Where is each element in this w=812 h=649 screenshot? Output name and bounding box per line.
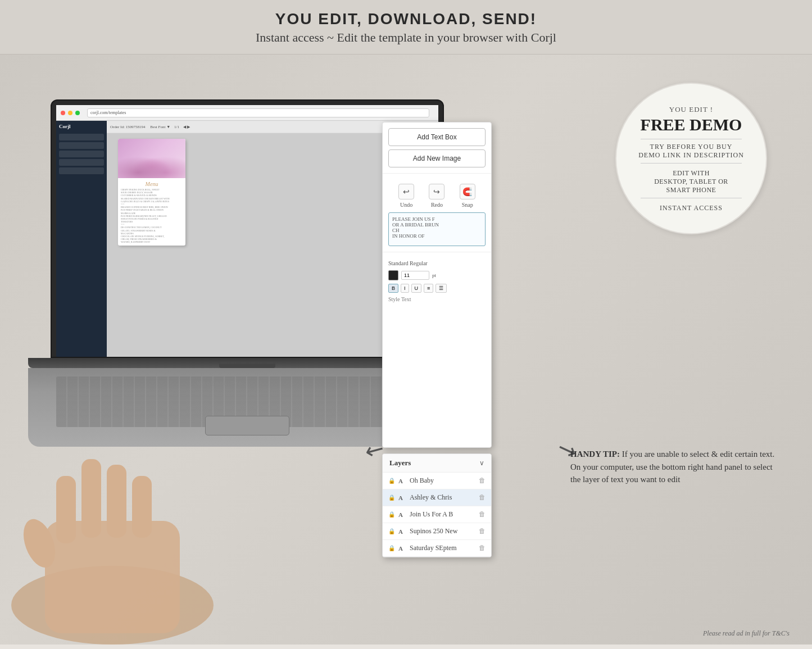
hand-silhouette-svg xyxy=(0,409,225,645)
layer-lock-icon-4: 🔒 xyxy=(388,528,395,534)
align-center-button[interactable]: ☰ xyxy=(436,284,447,293)
layer-type-a-1: A xyxy=(398,478,406,484)
layer-lock-icon-5: 🔒 xyxy=(388,545,395,551)
underline-style-button[interactable]: U xyxy=(411,284,422,293)
browser-maximize-dot[interactable] xyxy=(75,111,80,115)
corjl-standard-regular-label: Standard Regular xyxy=(383,258,491,269)
corjl-undo-ctrl: ↩ Undo xyxy=(398,184,414,208)
snap-icon[interactable]: 🧲 xyxy=(460,184,475,199)
layer-item-supinos[interactable]: 🔒 A Supinos 250 New 🗑 xyxy=(383,523,491,540)
handy-tip-bold: HANDY TIP: xyxy=(570,450,620,459)
italic-style-button[interactable]: I xyxy=(401,284,409,293)
svg-rect-4 xyxy=(107,465,126,538)
layer-lock-icon-1: 🔒 xyxy=(388,478,395,484)
layer-lock-icon-2: 🔒 xyxy=(388,494,395,501)
browser-close-dot[interactable] xyxy=(61,111,65,115)
layer-type-a-3: A xyxy=(398,511,406,518)
free-demo-divider-2 xyxy=(641,163,742,164)
corjl-divider-2 xyxy=(383,252,491,252)
free-demo-title: FREE DEMO xyxy=(641,116,742,133)
header-title: YOU EDIT, DOWNLOAD, SEND! xyxy=(0,10,812,28)
sidebar-logo: Corjl xyxy=(59,124,104,129)
browser-content: Corjl Order Id: 1509758194 Best Font ▼ 1… xyxy=(56,121,438,357)
layers-chevron-icon[interactable]: ∨ xyxy=(479,459,484,468)
layer-lock-icon-3: 🔒 xyxy=(388,511,395,518)
redo-icon[interactable]: ↪ xyxy=(429,184,444,199)
browser-sidebar: Corjl xyxy=(56,121,107,357)
style-text-label: Style Text xyxy=(383,294,491,304)
color-swatch[interactable] xyxy=(388,270,398,280)
corjl-input-row: pt xyxy=(383,269,491,282)
free-demo-edit-with: EDIT WITH xyxy=(673,169,710,178)
sidebar-item-1[interactable] xyxy=(59,134,104,140)
corjl-text-preview: PLEASE JOIN US FOR A BRIDAL BRUNCHIN HON… xyxy=(388,212,486,246)
corjl-style-row: B I U ≡ ☰ xyxy=(383,282,491,294)
layer-name-oh-baby: Oh Baby xyxy=(410,476,475,485)
hand-area xyxy=(0,409,225,645)
font-size-input[interactable] xyxy=(401,271,429,280)
layer-item-saturday[interactable]: 🔒 A Saturday SEptem 🗑 xyxy=(383,540,491,557)
canvas-area[interactable]: Menu CRISPY PEKING DUCK ROLL, SWEET SOUR… xyxy=(107,133,388,357)
sidebar-item-2[interactable] xyxy=(59,142,104,149)
sidebar-item-4[interactable] xyxy=(59,159,104,166)
free-demo-divider-1 xyxy=(641,139,742,139)
footer-text: Please read ad in full for T&C's xyxy=(703,629,790,638)
corjl-redo-ctrl: ↪ Redo xyxy=(429,184,444,208)
menu-text-area: Menu CRISPY PEKING DUCK ROLL, SWEET SOUR… xyxy=(118,178,185,246)
free-demo-instant: INSTANT ACCESS xyxy=(660,204,723,212)
layer-delete-icon-1[interactable]: 🗑 xyxy=(479,476,486,485)
corjl-panel: Add Text Box Add New Image ↩ Undo ↪ Redo… xyxy=(382,122,492,448)
corjl-controls: ↩ Undo ↪ Redo 🧲 Snap xyxy=(383,179,491,212)
layer-type-a-2: A xyxy=(398,494,406,501)
menu-card-title: Menu xyxy=(121,181,183,187)
layer-name-ashley-chris: Ashley & Chris xyxy=(410,493,475,502)
bold-style-button[interactable]: B xyxy=(388,284,398,293)
free-demo-link: DEMO LINK IN DESCRIPTION xyxy=(638,151,744,160)
menu-items-text: CRISPY PEKING DUCK ROLL, SWEET SOUR CHER… xyxy=(121,188,183,244)
browser-chrome: corjl.com/templates xyxy=(56,105,438,121)
header-banner: YOU EDIT, DOWNLOAD, SEND! Instant access… xyxy=(0,0,812,55)
layer-delete-icon-2[interactable]: 🗑 xyxy=(479,493,486,502)
layer-name-join-us: Join Us For A B xyxy=(410,510,475,519)
menu-card: Menu CRISPY PEKING DUCK ROLL, SWEET SOUR… xyxy=(118,139,185,246)
corjl-divider-1 xyxy=(383,173,491,174)
free-demo-divider-3 xyxy=(641,198,742,198)
add-text-box-button[interactable]: Add Text Box xyxy=(388,128,486,146)
undo-label: Undo xyxy=(400,202,412,208)
free-demo-circle: YOU EDIT ! FREE DEMO TRY BEFORE YOU BUY … xyxy=(615,83,767,234)
layer-item-ashley-chris[interactable]: 🔒 A Ashley & Chris 🗑 xyxy=(383,489,491,506)
header-subtitle: Instant access ~ Edit the template in yo… xyxy=(0,30,812,45)
layer-delete-icon-4[interactable]: 🗑 xyxy=(479,527,486,535)
layer-type-a-4: A xyxy=(398,528,406,535)
layer-name-saturday: Saturday SEptem xyxy=(410,544,475,552)
layer-item-join-us[interactable]: 🔒 A Join Us For A B 🗑 xyxy=(383,506,491,523)
layers-header[interactable]: Layers ∨ xyxy=(383,454,491,473)
menu-card-top xyxy=(118,139,185,178)
macbook-label: MacBook Pro xyxy=(197,380,243,387)
free-demo-you-edit: YOU EDIT ! xyxy=(669,105,713,114)
sidebar-item-5[interactable] xyxy=(59,167,104,174)
layer-name-supinos: Supinos 250 New xyxy=(410,527,475,535)
free-demo-devices: DESKTOP, TABLET OR xyxy=(654,178,728,186)
sidebar-item-3[interactable] xyxy=(59,151,104,157)
browser-url-bar[interactable]: corjl.com/templates xyxy=(87,108,429,117)
svg-rect-2 xyxy=(56,476,76,543)
main-area: corjl.com/templates Corjl Order Id: xyxy=(0,55,812,645)
add-new-image-button[interactable]: Add New Image xyxy=(388,149,486,167)
undo-icon[interactable]: ↩ xyxy=(398,184,414,199)
layer-item-oh-baby[interactable]: 🔒 A Oh Baby 🗑 xyxy=(383,473,491,489)
layers-list: 🔒 A Oh Baby 🗑 🔒 A Ashley & Chris 🗑 🔒 A J… xyxy=(383,473,491,557)
handy-tip: HANDY TIP: If you are unable to select &… xyxy=(570,448,784,486)
layer-type-a-5: A xyxy=(398,545,406,552)
laptop-screen: corjl.com/templates Corjl Order Id: xyxy=(56,105,438,357)
layers-section: Layers ∨ 🔒 A Oh Baby 🗑 🔒 A Ashley & Chri… xyxy=(382,453,492,557)
browser-minimize-dot[interactable] xyxy=(68,111,72,115)
snap-label: Snap xyxy=(462,202,473,208)
font-size-unit: pt xyxy=(432,273,436,278)
layer-delete-icon-3[interactable]: 🗑 xyxy=(479,510,486,519)
svg-rect-3 xyxy=(81,459,101,538)
menu-flowers-decoration xyxy=(118,150,185,178)
layer-delete-icon-5[interactable]: 🗑 xyxy=(479,544,486,552)
free-demo-try: TRY BEFORE YOU BUY xyxy=(650,143,733,151)
align-left-button[interactable]: ≡ xyxy=(424,284,433,293)
